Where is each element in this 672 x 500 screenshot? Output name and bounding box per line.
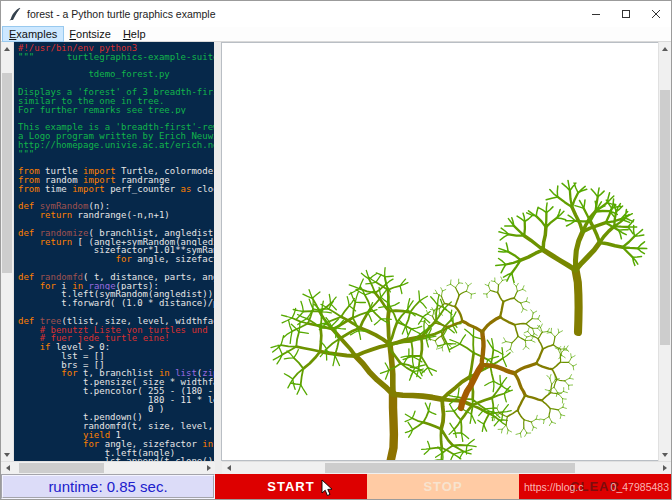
- tree-branches-level-5: [576, 270, 579, 332]
- code-line: """ turtlegraphics-example-suite:: [18, 53, 214, 62]
- code-line: tdemo_forest.py: [18, 70, 214, 79]
- code-line: a Logo program written by Erich Neuwirth…: [18, 132, 214, 141]
- code-line: [18, 158, 214, 167]
- code-vertical-scrollbar[interactable]: [1, 42, 14, 461]
- bottom-bar: runtime: 0.85 sec. START STOP https://bl…: [1, 474, 671, 499]
- code-line: randomfd(t, size, level, angledist): [18, 422, 214, 431]
- forest-drawing: [222, 43, 657, 461]
- turtle-canvas[interactable]: [221, 42, 658, 461]
- sash-corner: [215, 461, 222, 474]
- code-line: t.left(symRandom(angledist)): [18, 290, 214, 299]
- code-line: """: [18, 150, 214, 159]
- clear-button[interactable]: https://blog.c CLEAR 0_47985483: [519, 474, 671, 499]
- code-line: similar to the one in tree.: [18, 97, 214, 106]
- code-line: if level > 0:: [18, 343, 214, 352]
- code-line: brs = []: [18, 361, 214, 370]
- app-window: forest - a Python turtle graphics exampl…: [0, 0, 672, 500]
- tree: [271, 268, 512, 461]
- titlebar: forest - a Python turtle graphics exampl…: [1, 1, 671, 27]
- scroll-left-icon[interactable]: [222, 462, 235, 474]
- code-line: 0 ): [18, 405, 214, 414]
- runtime-label: runtime: 0.85 sec.: [1, 474, 215, 499]
- code-line: for angle, sizefactor in branchlist:: [18, 440, 214, 449]
- tree-branches-level-6: [390, 394, 394, 461]
- menu-fontsize[interactable]: Fontsize: [63, 27, 117, 41]
- code-line: def randomfd( t, distance, parts, angled…: [18, 273, 214, 282]
- tree-branches-level-4: [543, 232, 600, 270]
- code-line: [18, 62, 214, 71]
- tree-branches-level-2: [506, 191, 638, 273]
- code-line: For further remarks see tree.py: [18, 106, 214, 115]
- code-line: from random import randrange: [18, 176, 214, 185]
- window-controls: [581, 1, 671, 27]
- watermark-right: 0_47985483: [611, 481, 669, 493]
- watermark-left: https://blog.c: [524, 481, 584, 493]
- canvas-vscroll-thumb[interactable]: [660, 90, 670, 345]
- scroll-up-icon[interactable]: [1, 42, 13, 55]
- scroll-right-icon[interactable]: [202, 462, 215, 474]
- app-feather-icon: [8, 7, 22, 21]
- code-line: def symRandom(n):: [18, 202, 214, 211]
- maximize-button[interactable]: [611, 1, 641, 27]
- scroll-right-icon[interactable]: [658, 462, 671, 474]
- code-line: t.left(angle): [18, 449, 214, 458]
- code-line: t.pencolor( 255 - (180 - 11 * level),: [18, 387, 214, 396]
- window-title: forest - a Python turtle graphics exampl…: [27, 8, 581, 20]
- code-line: for t, branchlist in list(zip(tlist,bran…: [18, 369, 214, 378]
- code-line: [18, 264, 214, 273]
- mouse-cursor: [321, 479, 334, 497]
- close-button[interactable]: [641, 1, 671, 27]
- scroll-left-icon[interactable]: [1, 462, 14, 474]
- code-line: [18, 194, 214, 203]
- pane-sash[interactable]: [214, 42, 221, 461]
- scroll-up-icon[interactable]: [659, 42, 671, 55]
- scroll-down-icon[interactable]: [1, 448, 13, 461]
- minimize-button[interactable]: [581, 1, 611, 27]
- code-line: yield 1: [18, 431, 214, 440]
- code-vscroll-thumb[interactable]: [2, 73, 12, 273]
- code-line: [18, 114, 214, 123]
- code-line: t.forward( (1.0 * distance)/parts ): [18, 299, 214, 308]
- code-line: # fuer jede turtle eine!: [18, 334, 214, 343]
- code-line: This example is a 'breadth-first'-rewrit…: [18, 123, 214, 132]
- menubar: Examples Fontsize Help: [1, 27, 671, 42]
- start-button[interactable]: START: [215, 474, 367, 499]
- code-line: for i in range(parts):: [18, 282, 214, 291]
- code-line: [18, 308, 214, 317]
- canvas-vertical-scrollbar[interactable]: [658, 42, 671, 461]
- code-line: from turtle import Turtle, colormode, tr…: [18, 167, 214, 176]
- code-line: Displays a 'forest' of 3 breadth-first-t…: [18, 88, 214, 97]
- stop-button[interactable]: STOP: [367, 474, 519, 499]
- code-line: [18, 220, 214, 229]
- code-line: def tree(tlist, size, level, widthfactor…: [18, 317, 214, 326]
- main-area: #!/usr/bin/env python3""" turtlegraphics…: [1, 42, 671, 461]
- code-line: http://homepage.univie.ac.at/erich.neuwi…: [18, 141, 214, 150]
- code-viewer[interactable]: #!/usr/bin/env python3""" turtlegraphics…: [14, 42, 214, 461]
- scroll-down-icon[interactable]: [659, 448, 671, 461]
- code-line: #!/usr/bin/env python3: [18, 44, 214, 53]
- canvas-horizontal-scrollbar[interactable]: [222, 461, 671, 474]
- code-line: for angle, sizefactor in branchlist ]: [18, 255, 214, 264]
- code-line: return randrange(-n,n+1): [18, 211, 214, 220]
- code-horizontal-scrollbar[interactable]: [1, 461, 215, 474]
- scrollbar-row: [1, 461, 671, 474]
- code-line: from time import perf_counter as clock: [18, 185, 214, 194]
- code-line: sizefactor*1.01**symRandom(sizedist)): [18, 246, 214, 255]
- code-hscroll-thumb[interactable]: [19, 463, 104, 473]
- code-line: return [ (angle+symRandom(angledist),: [18, 238, 214, 247]
- canvas-hscroll-thumb[interactable]: [325, 463, 575, 473]
- code-line: t.pendown(): [18, 413, 214, 422]
- tree: [496, 180, 647, 332]
- code-line: 180 - 11 * level,: [18, 396, 214, 405]
- menu-examples[interactable]: Examples: [3, 27, 63, 41]
- code-line: lst = []: [18, 352, 214, 361]
- code-line: def randomize( branchlist, angledist, si…: [18, 229, 214, 238]
- code-line: [18, 79, 214, 88]
- code-line: # benutzt Liste von turtles und Liste vo…: [18, 326, 214, 335]
- menu-help[interactable]: Help: [117, 27, 152, 41]
- code-line: t.pensize( size * widthfactor ): [18, 378, 214, 387]
